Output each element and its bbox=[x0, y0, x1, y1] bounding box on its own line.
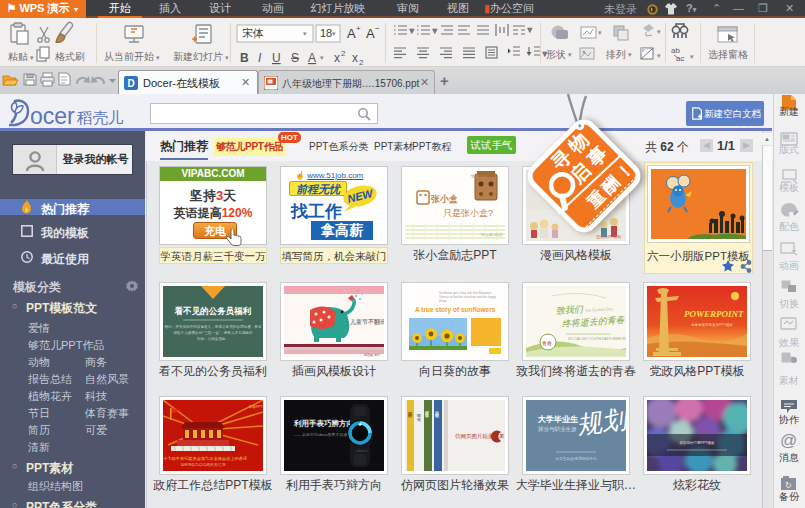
svg-text:▾: ▾ bbox=[690, 53, 694, 60]
svg-text:▾: ▾ bbox=[568, 51, 572, 58]
svg-text:−: − bbox=[375, 24, 380, 33]
svg-text:▾: ▾ bbox=[528, 26, 532, 33]
svg-text:A true story of sunflowers: A true story of sunflowers bbox=[415, 306, 496, 314]
svg-text:适用报告总结/党政机关/汇报: 适用报告总结/党政机关/汇报 bbox=[180, 462, 226, 467]
svg-text:x: x bbox=[352, 51, 358, 65]
svg-text:形状: 形状 bbox=[546, 49, 566, 60]
svg-text:2: 2 bbox=[359, 58, 364, 67]
svg-text:——从此不怕ideas黑夜不再迷了路: ——从此不怕ideas黑夜不再迷了路 bbox=[294, 432, 356, 437]
svg-text:@: @ bbox=[780, 431, 797, 450]
svg-text:ptdancer: ptdancer bbox=[356, 449, 368, 453]
svg-text:2: 2 bbox=[341, 49, 346, 58]
svg-text:D: D bbox=[128, 78, 135, 89]
svg-text:保险个人缴费比例 "三险一金"，还有人才引进购房: 保险个人缴费比例 "三险一金"，还有人才引进购房 bbox=[173, 330, 252, 335]
svg-text:儿童节不翻班: 儿童节不翻班 bbox=[350, 318, 384, 325]
svg-text:▾: ▾ bbox=[598, 29, 602, 36]
svg-text:▾: ▾ bbox=[628, 51, 632, 58]
svg-text:利用手表巧辨方向: 利用手表巧辨方向 bbox=[293, 419, 354, 428]
svg-text:▾: ▾ bbox=[657, 28, 661, 35]
svg-text:福利，并非传说中的灰色收入，而是公务员的合理待遇，养老: 福利，并非传说中的灰色收入，而是公务员的合理待遇，养老 bbox=[164, 324, 261, 329]
svg-text:看不见的公务员福利: 看不见的公务员福利 bbox=[174, 306, 252, 316]
svg-text:A: A bbox=[347, 26, 356, 41]
svg-text:选择窗格: 选择窗格 bbox=[708, 49, 748, 60]
svg-text:U: U bbox=[272, 51, 281, 65]
svg-text:Sunrise to find the sunshine a: Sunrise to find the sunshine and the hap… bbox=[439, 295, 496, 299]
svg-text:I: I bbox=[258, 51, 262, 65]
svg-text:↻: ↻ bbox=[785, 481, 792, 490]
svg-text:▾: ▾ bbox=[433, 27, 437, 34]
svg-text:张小盒: 张小盒 bbox=[430, 194, 458, 204]
svg-text:S: S bbox=[291, 51, 299, 65]
svg-text:插画风·设计: 插画风·设计 bbox=[364, 353, 380, 357]
svg-text:things: things bbox=[439, 299, 448, 303]
svg-text:张小盒·出品: 张小盒·出品 bbox=[481, 232, 502, 237]
svg-text:▾: ▾ bbox=[332, 30, 336, 37]
svg-text:排列: 排列 bbox=[605, 49, 626, 60]
svg-text:POWERPOINT: POWERPOINT bbox=[684, 309, 744, 319]
svg-text:▾: ▾ bbox=[410, 27, 414, 34]
svg-text:▾: ▾ bbox=[303, 30, 307, 37]
svg-text:宋体: 宋体 bbox=[242, 27, 264, 39]
svg-text:18: 18 bbox=[320, 27, 332, 39]
svg-text:择业与职业生涯: 择业与职业生涯 bbox=[538, 426, 577, 433]
svg-text:锐普PPT: 锐普PPT bbox=[248, 404, 263, 409]
svg-text:稻壳儿: 稻壳儿 bbox=[76, 109, 124, 126]
svg-text:x: x bbox=[334, 51, 340, 65]
svg-text:漫画风格·模板: 漫画风格·模板 bbox=[596, 234, 621, 239]
svg-text:我是小盒: 我是小盒 bbox=[471, 174, 487, 179]
svg-text:青春: 青春 bbox=[542, 340, 552, 346]
svg-text:炫彩花纹背景PPT模板: 炫彩花纹背景PPT模板 bbox=[680, 441, 715, 445]
svg-text:▾: ▾ bbox=[657, 52, 661, 59]
svg-text:+: + bbox=[356, 24, 361, 33]
svg-text:A: A bbox=[366, 26, 375, 41]
svg-text:补贴，公积金贷款。: 补贴，公积金贷款。 bbox=[197, 336, 229, 341]
svg-text:B: B bbox=[240, 51, 249, 65]
svg-text:党建党政风格宣传PPT模板: 党建党政风格宣传PPT模板 bbox=[691, 322, 733, 327]
svg-text:SO-CALLED YOUTH DAYS MEMORY: SO-CALLED YOUTH DAYS MEMORY bbox=[568, 337, 626, 341]
svg-text:只是张小盒?: 只是张小盒? bbox=[443, 208, 493, 218]
svg-text:大学生职业规划指导中心: 大学生职业规划指导中心 bbox=[555, 456, 597, 461]
svg-text:在十七届中央纪委员会第七次全体会议上的讲话: 在十七届中央纪委员会第七次全体会议上的讲话 bbox=[163, 456, 248, 461]
svg-text:大学毕业生: 大学毕业生 bbox=[538, 415, 579, 424]
svg-text:▾: ▾ bbox=[320, 54, 324, 61]
svg-text:A: A bbox=[308, 51, 316, 65]
svg-text:ac: ac bbox=[676, 54, 684, 63]
svg-text:ocer: ocer bbox=[30, 103, 75, 129]
